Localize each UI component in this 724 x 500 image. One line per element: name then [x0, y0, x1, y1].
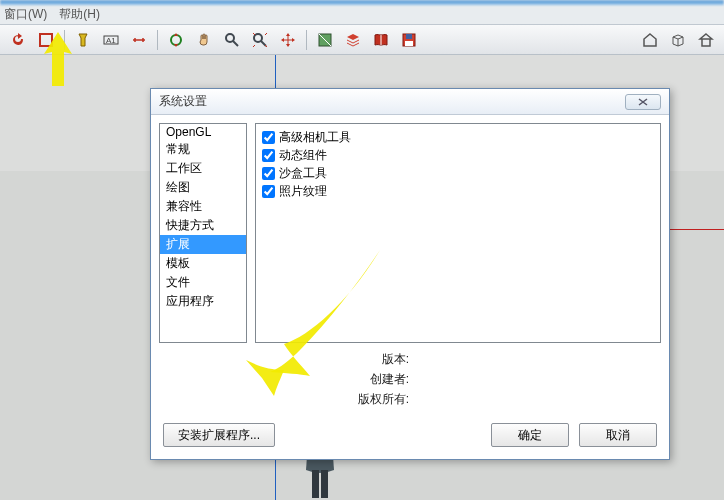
- text-label-icon[interactable]: A1: [99, 28, 123, 52]
- category-item[interactable]: 模板: [160, 254, 246, 273]
- category-item[interactable]: 扩展: [160, 235, 246, 254]
- category-item[interactable]: 兼容性: [160, 197, 246, 216]
- toolbar-separator: [157, 30, 158, 50]
- orbit-icon[interactable]: [164, 28, 188, 52]
- category-item[interactable]: 快捷方式: [160, 216, 246, 235]
- zoom-extents-icon[interactable]: [248, 28, 272, 52]
- dialog-titlebar[interactable]: 系统设置: [151, 89, 669, 115]
- author-label: 创建者:: [255, 371, 415, 388]
- category-item[interactable]: 常规: [160, 140, 246, 159]
- svg-point-3: [171, 35, 181, 45]
- svg-point-4: [226, 34, 234, 42]
- extension-label: 照片纹理: [279, 183, 327, 200]
- svg-rect-12: [321, 470, 328, 498]
- layers-icon[interactable]: [341, 28, 365, 52]
- svg-rect-9: [405, 41, 413, 46]
- category-item[interactable]: 应用程序: [160, 292, 246, 311]
- house-icon[interactable]: [638, 28, 662, 52]
- toolbar: A1: [0, 25, 724, 55]
- extension-row[interactable]: 高级相机工具: [262, 128, 654, 146]
- extension-row[interactable]: 动态组件: [262, 146, 654, 164]
- box-icon[interactable]: [666, 28, 690, 52]
- titlebar-blur: [0, 0, 724, 5]
- flashlight-icon[interactable]: [71, 28, 95, 52]
- copyright-label: 版权所有:: [255, 391, 415, 408]
- svg-rect-8: [406, 34, 412, 39]
- ok-button[interactable]: 确定: [491, 423, 569, 447]
- menubar: 窗口(W) 帮助(H): [0, 5, 724, 25]
- menu-window[interactable]: 窗口(W): [4, 6, 47, 23]
- refresh-icon[interactable]: [6, 28, 30, 52]
- zoom-icon[interactable]: [220, 28, 244, 52]
- version-label: 版本:: [255, 351, 415, 368]
- toolbar-separator: [306, 30, 307, 50]
- extension-row[interactable]: 沙盒工具: [262, 164, 654, 182]
- system-settings-dialog: 系统设置 OpenGL常规工作区绘图兼容性快捷方式扩展模板文件应用程序 高级相机…: [150, 88, 670, 460]
- close-button[interactable]: [625, 94, 661, 110]
- pan-icon[interactable]: [192, 28, 216, 52]
- extensions-list[interactable]: 高级相机工具动态组件沙盒工具照片纹理: [255, 123, 661, 343]
- cancel-button[interactable]: 取消: [579, 423, 657, 447]
- save-icon[interactable]: [397, 28, 421, 52]
- dialog-title: 系统设置: [159, 93, 207, 110]
- menu-help[interactable]: 帮助(H): [59, 6, 100, 23]
- category-item[interactable]: 文件: [160, 273, 246, 292]
- section-icon[interactable]: [313, 28, 337, 52]
- extension-label: 沙盒工具: [279, 165, 327, 182]
- extension-label: 动态组件: [279, 147, 327, 164]
- svg-text:A1: A1: [106, 36, 116, 45]
- category-item[interactable]: OpenGL: [160, 124, 246, 140]
- category-item[interactable]: 工作区: [160, 159, 246, 178]
- dimension-icon[interactable]: [127, 28, 151, 52]
- extension-label: 高级相机工具: [279, 129, 351, 146]
- book-icon[interactable]: [369, 28, 393, 52]
- extension-checkbox[interactable]: [262, 131, 275, 144]
- home-icon[interactable]: [694, 28, 718, 52]
- svg-point-5: [254, 34, 262, 42]
- svg-rect-0: [40, 34, 52, 46]
- extension-checkbox[interactable]: [262, 149, 275, 162]
- svg-rect-11: [312, 470, 319, 498]
- category-item[interactable]: 绘图: [160, 178, 246, 197]
- extension-checkbox[interactable]: [262, 185, 275, 198]
- new-icon[interactable]: [34, 28, 58, 52]
- extension-checkbox[interactable]: [262, 167, 275, 180]
- toolbar-separator: [64, 30, 65, 50]
- category-list[interactable]: OpenGL常规工作区绘图兼容性快捷方式扩展模板文件应用程序: [159, 123, 247, 343]
- extension-row[interactable]: 照片纹理: [262, 182, 654, 200]
- install-extension-button[interactable]: 安装扩展程序...: [163, 423, 275, 447]
- move-icon[interactable]: [276, 28, 300, 52]
